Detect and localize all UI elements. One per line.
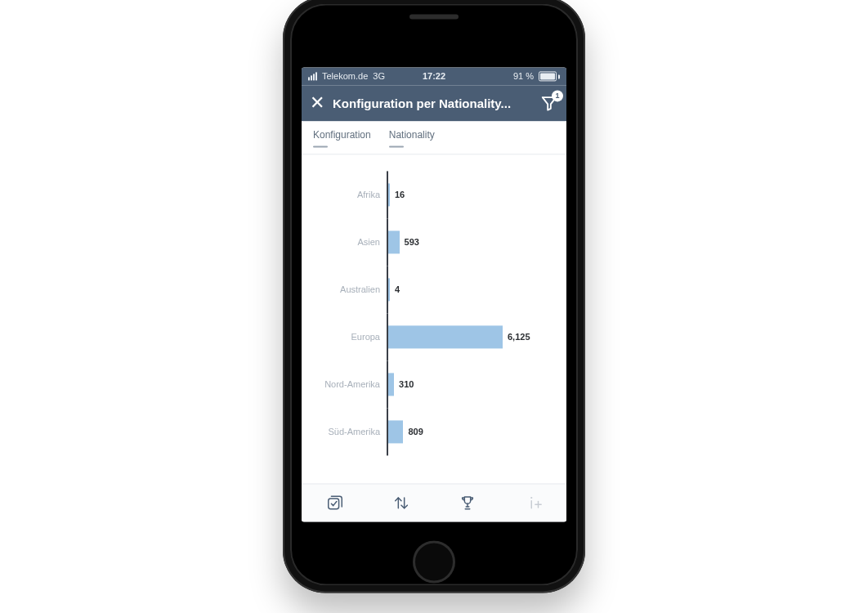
- chart-area: Afrika 16 Asien 593: [302, 154, 566, 483]
- phone-speaker: [409, 14, 459, 19]
- filter-pill-konfiguration[interactable]: Konfiguration: [313, 129, 371, 147]
- filter-button[interactable]: 1: [540, 94, 558, 112]
- value-label: 310: [399, 379, 414, 389]
- page-title: Konfiguration per Nationality...: [333, 96, 532, 110]
- carrier-label: Telekom.de: [322, 71, 368, 81]
- value-label: 809: [408, 427, 423, 436]
- bar-row[interactable]: Europa 6,125: [313, 313, 555, 360]
- value-label: 593: [405, 237, 419, 247]
- category-label: Nord-Amerika: [313, 379, 387, 389]
- rank-button[interactable]: [451, 490, 484, 515]
- sort-icon: [392, 494, 410, 512]
- filter-pill-label: Konfiguration: [313, 129, 371, 141]
- battery-label: 91 %: [513, 71, 534, 81]
- value-label: 6,125: [508, 332, 530, 342]
- svg-rect-0: [328, 499, 338, 509]
- bottom-toolbar: [302, 483, 566, 521]
- bar: [388, 373, 394, 396]
- bar-row[interactable]: Nord-Amerika 310: [313, 360, 555, 408]
- battery-icon: [539, 71, 560, 81]
- signal-icon: [308, 72, 317, 80]
- category-label: Asien: [313, 237, 387, 247]
- info-add-icon: [525, 494, 543, 512]
- bar: [388, 183, 390, 206]
- app-header: ✕ Konfiguration per Nationality... 1: [302, 85, 566, 121]
- active-filters-strip: Konfiguration Nationality: [302, 121, 566, 154]
- bar-row[interactable]: Asien 593: [313, 218, 555, 266]
- sort-button[interactable]: [385, 490, 418, 515]
- category-label: Afrika: [313, 190, 387, 199]
- multiselect-icon: [326, 494, 344, 512]
- multiselect-button[interactable]: [319, 490, 351, 515]
- phone-frame: Telekom.de 3G 17:22 91 % ✕ Konfiguration…: [283, 0, 585, 593]
- category-label: Europa: [313, 332, 387, 342]
- bar: [388, 420, 403, 443]
- app-screen: Telekom.de 3G 17:22 91 % ✕ Konfiguration…: [302, 67, 566, 521]
- svg-point-1: [530, 497, 532, 499]
- bar-row[interactable]: Afrika 16: [313, 171, 555, 218]
- network-label: 3G: [373, 71, 385, 81]
- value-label: 4: [395, 284, 400, 294]
- value-label: 16: [395, 190, 405, 199]
- status-bar: Telekom.de 3G 17:22 91 %: [302, 67, 566, 85]
- category-label: Australien: [313, 284, 387, 294]
- add-button: [517, 490, 550, 515]
- filter-badge: 1: [552, 90, 563, 101]
- bar-row[interactable]: Australien 4: [313, 266, 555, 313]
- category-label: Süd-Amerika: [313, 427, 387, 436]
- bar: [388, 230, 400, 253]
- trophy-icon: [459, 494, 477, 512]
- close-icon[interactable]: ✕: [310, 94, 324, 112]
- chart-rows: Afrika 16 Asien 593: [313, 171, 555, 455]
- bar: [388, 325, 503, 348]
- home-button[interactable]: [413, 540, 455, 583]
- filter-pill-label: Nationality: [389, 129, 435, 141]
- bar: [388, 278, 390, 301]
- filter-pill-nationality[interactable]: Nationality: [389, 129, 435, 147]
- bar-row[interactable]: Süd-Amerika 809: [313, 408, 555, 455]
